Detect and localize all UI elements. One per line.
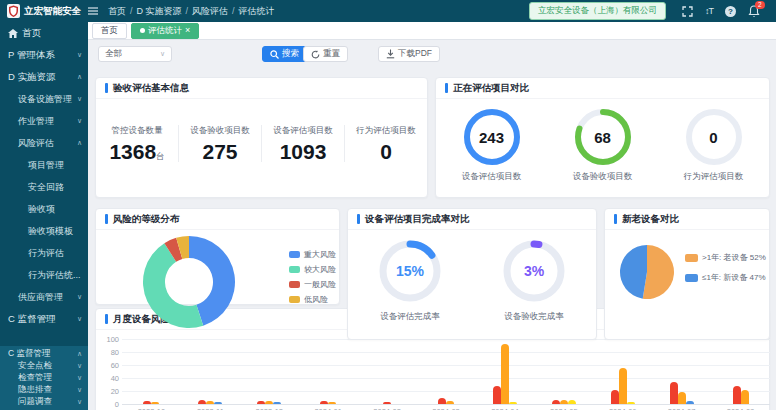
sidebar-item-behavior-assessment[interactable]: 行为评估 [0,242,88,264]
sidebar-item-label: 行为评估统... [28,269,81,282]
sidebar-item-c-supervision-management[interactable]: C 监督管理∨ [0,308,88,330]
card-title: 设备评估项目完成率对比 [348,209,596,230]
bar-orange-2023-12 [265,401,273,404]
breadcrumb-item[interactable]: 首页 [108,5,126,18]
card-risk-level-distribution: 风险的等级分布 重大风险较大风险一般风险低风险 [95,208,340,305]
close-icon[interactable]: × [185,26,190,35]
sidebar-item-project-management[interactable]: 项目管理 [0,154,88,176]
reset-button[interactable]: 重置 [303,46,348,62]
sidebar-item-label: 风险评估 [18,137,54,150]
chevron-down-icon: ∨ [77,95,82,103]
legend-item[interactable]: 重大风险 [289,249,336,260]
card-new-old-device-comparison: 新老设备对比 >1年: 老设备 52% ≤1年: 新设备 47% [604,208,770,340]
sidebar-popup-item-hidden-danger-check[interactable]: 隐患排查∨ [0,384,88,396]
y-tick-label: 60 [97,361,119,370]
sidebar-menu: 首页P 管理体系∨D 实施资源∧设备设施管理∨作业管理∨风险评估∧项目管理安全回… [0,22,88,330]
tab-home[interactable]: 首页 [92,23,127,39]
chevron-up-icon: ∧ [77,139,82,147]
bar-red-2024-03 [438,398,446,404]
breadcrumb-item[interactable]: D 实施资源 [137,5,182,18]
card-acceptance-basic-info: 验收评估基本信息 管控设备数量 1368台 设备验收项目数 275 设备评估项目… [95,77,428,198]
bar-blue-2023-12 [273,402,281,404]
notifications[interactable]: 2 [748,5,760,18]
sidebar-popup-item-inspection-management[interactable]: 检查管理∨ [0,372,88,384]
sidebar-item-label: 行为评估 [28,247,64,260]
sidebar-item-safety-circuit[interactable]: 安全回路 [0,176,88,198]
dashboard-app: 立宏智能安全 首页/ D 实施资源/ 风险评估/ 评估统计 立宏安全设备（上海）… [0,0,776,410]
breadcrumb-item[interactable]: 评估统计 [239,5,275,18]
chevron-down-icon: ∨ [77,51,82,59]
bar-red-2023-11 [198,400,206,404]
bar-red-2023-12 [257,401,265,404]
sidebar-item-label: 首页 [22,27,41,40]
download-icon [386,49,395,59]
legend-swatch [685,254,698,262]
sidebar-popup-item-problem-investigation[interactable]: 问题调查∨ [0,396,88,408]
sidebar-item-p-management-system[interactable]: P 管理体系∨ [0,44,88,66]
filter-select[interactable]: 全部 ∨ [98,46,172,62]
chevron-down-icon: ∨ [77,374,82,382]
legend-swatch [289,266,300,273]
gauge-assessment-completion: 15% 设备评估完成率 [360,240,460,323]
bar-yellow-2024-05 [568,400,576,404]
tab-bar: 首页 评估统计 × [88,22,776,40]
stat-acceptance-items: 设备验收项目数 275 [179,125,262,162]
sidebar-item-behavior-assessment-stats[interactable]: 行为评估统... [0,264,88,286]
chevron-down-icon: ∨ [77,315,82,323]
top-header: 立宏智能安全 首页/ D 实施资源/ 风险评估/ 评估统计 立宏安全设备（上海）… [0,0,776,22]
sidebar-item-equipment-facility-management[interactable]: 设备设施管理∨ [0,88,88,110]
legend-swatch [289,296,300,303]
stat-assessment-items: 设备评估项目数 1093 [262,125,345,162]
sidebar-item-supplier-management[interactable]: 供应商管理∨ [0,286,88,308]
sidebar-item-label: 供应商管理 [18,291,63,304]
company-button[interactable]: 立宏安全设备（上海）有限公司 [529,2,666,20]
age-legend: >1年: 老设备 52% ≤1年: 新设备 47% [685,252,766,292]
card-title: 新老设备对比 [605,209,769,230]
bar-blue-2023-11 [214,402,222,404]
sidebar-item-label: 检查管理 [18,372,52,384]
bar-orange-2024-08 [741,390,749,404]
menu-collapse-icon[interactable] [88,7,98,15]
sidebar-item-d-implementation-resources[interactable]: D 实施资源∧ [0,66,88,88]
sidebar-item-label: 设备设施管理 [18,93,72,106]
breadcrumb-item[interactable]: 风险评估 [192,5,228,18]
card-completion-rate-comparison: 设备评估项目完成率对比 15% 设备评估完成率 3% 设备验收完成率 [347,208,597,340]
fullscreen-icon[interactable] [682,6,693,17]
sidebar-item-home[interactable]: 首页 [0,22,88,44]
legend-item[interactable]: 较大风险 [289,264,336,275]
sidebar-item-label: D 实施资源 [8,71,56,84]
device-age-pie-chart [619,244,675,300]
gridline [122,404,770,405]
sidebar-popup-item-c-supervision-management[interactable]: C 监督管理∧ [0,348,88,360]
search-icon [270,50,279,59]
sidebar-item-label: C 监督管理 [8,348,51,360]
sidebar-popup-item-safety-spot-check[interactable]: 安全点检∨ [0,360,88,372]
sidebar-item-label: 安全回路 [28,181,64,194]
y-tick-label: 100 [97,335,119,344]
chevron-down-icon: ∨ [77,386,82,394]
sidebar-item-label: 隐患排查 [18,384,52,396]
bar-orange-2024-05 [560,400,568,404]
legend-item: ≤1年: 新设备 47% [685,272,766,283]
sidebar-item-acceptance-items[interactable]: 验收项 [0,198,88,220]
tab-dot [140,28,145,33]
legend-swatch [289,251,300,258]
bar-orange-2024-07 [678,392,686,404]
help-icon[interactable]: ? [725,6,736,17]
legend-item[interactable]: 一般风险 [289,279,336,290]
chevron-down-icon: ∨ [77,398,82,406]
app-logo[interactable]: 立宏智能安全 [0,0,88,22]
sidebar-item-acceptance-item-template[interactable]: 验收项模板 [0,220,88,242]
font-size-icon[interactable]: ↕T [705,6,713,16]
sidebar-item-risk-assessment[interactable]: 风险评估∧ [0,132,88,154]
legend-item[interactable]: 低风险 [289,294,336,305]
logo-text: 立宏智能安全 [24,5,81,18]
bar-yellow-2024-06 [627,402,635,404]
download-pdf-button[interactable]: 下载PDF [378,46,440,62]
bar-yellow-2024-04 [509,402,517,404]
chevron-down-icon: ∨ [160,50,165,58]
card-title: 验收评估基本信息 [96,78,427,99]
search-button[interactable]: 搜索 [262,46,307,62]
sidebar-item-operation-management[interactable]: 作业管理∨ [0,110,88,132]
tab-assessment-stats[interactable]: 评估统计 × [131,23,199,39]
